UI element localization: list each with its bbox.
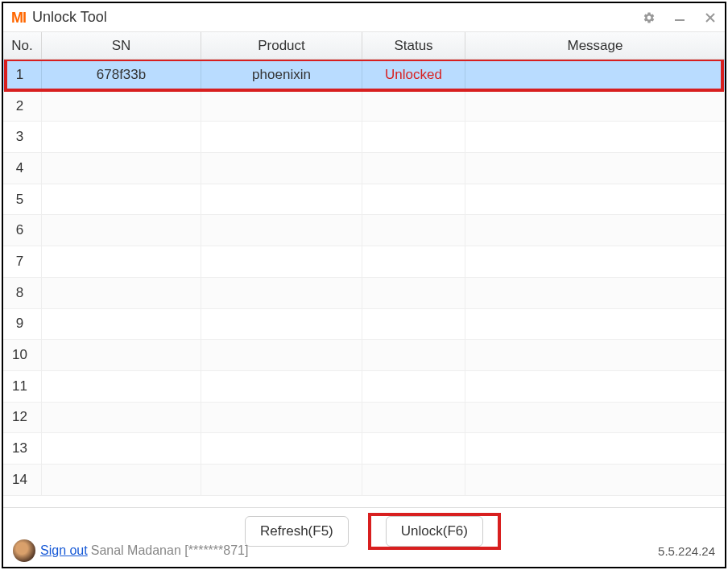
cell-status [362,465,465,495]
cell-no: 12 [3,403,42,433]
table-body: 1678f33bphoenixinUnlocked234567891011121… [3,60,725,507]
cell-status [362,153,465,184]
footer-status: Sign out Sanal Madanan [*******871] 5.5.… [13,539,715,562]
table-row[interactable]: 14 [3,465,725,496]
minimize-button[interactable] [672,10,688,26]
cell-sn [42,122,201,152]
cell-product [201,122,362,152]
version-label: 5.5.224.24 [658,544,715,558]
cell-status [362,184,465,215]
cell-sn [42,340,201,370]
cell-sn: 678f33b [42,60,201,90]
header-no[interactable]: No. [3,32,42,59]
cell-sn [42,309,201,340]
close-icon [705,12,716,23]
header-message[interactable]: Message [465,32,725,59]
gear-icon [643,11,656,24]
mi-logo-text: MI [11,10,26,25]
table-row[interactable]: 13 [3,433,725,465]
table-row[interactable]: 2 [3,91,725,122]
close-button[interactable] [702,10,718,26]
table-row[interactable]: 9 [3,309,725,341]
signout-link[interactable]: Sign out [40,543,88,558]
unlock-tool-window: MI Unlock Tool No. SN Produc [2,2,726,568]
cell-message [465,433,725,464]
cell-sn [42,371,201,402]
cell-no: 14 [3,465,42,495]
settings-button[interactable] [641,10,657,26]
cell-product [201,465,362,495]
cell-sn [42,215,201,246]
table-row[interactable]: 4 [3,153,725,184]
cell-product [201,309,362,340]
cell-product [201,153,362,184]
table-row[interactable]: 7 [3,246,725,278]
cell-sn [42,403,201,433]
cell-status [362,246,465,277]
cell-product [201,371,362,402]
header-sn[interactable]: SN [42,32,201,59]
header-product[interactable]: Product [201,32,362,59]
cell-sn [42,246,201,277]
cell-status [362,278,465,308]
cell-product [201,403,362,433]
mi-logo-icon: MI [10,9,27,27]
header-status[interactable]: Status [362,32,465,59]
cell-status [362,403,465,433]
cell-status [362,340,465,370]
cell-message [465,60,725,90]
cell-message [465,246,725,277]
cell-product [201,278,362,308]
table-row[interactable]: 3 [3,122,725,153]
table-row[interactable]: 8 [3,278,725,309]
cell-no: 1 [3,60,42,90]
cell-message [465,465,725,495]
cell-sn [42,153,201,184]
cell-sn [42,91,201,122]
cell-product [201,91,362,122]
cell-message [465,371,725,402]
cell-no: 10 [3,340,42,370]
cell-message [465,184,725,215]
cell-no: 2 [3,91,42,122]
cell-message [465,403,725,433]
table-row[interactable]: 10 [3,340,725,371]
cell-message [465,91,725,122]
cell-message [465,340,725,370]
table-row[interactable]: 12 [3,403,725,434]
svg-rect-0 [675,19,685,21]
avatar[interactable] [13,539,35,562]
cell-message [465,153,725,184]
cell-message [465,309,725,340]
cell-status [362,215,465,246]
footer: Refresh(F5) Unlock(F6) Sign out Sanal Ma… [3,507,725,567]
user-name: Sanal Madanan [*******871] [91,543,249,558]
minimize-icon [674,12,685,23]
cell-no: 8 [3,278,42,308]
cell-product: phoenixin [201,60,362,90]
cell-message [465,215,725,246]
cell-product [201,246,362,277]
table-row[interactable]: 6 [3,215,725,246]
table-row[interactable]: 5 [3,184,725,216]
cell-message [465,122,725,152]
cell-no: 11 [3,371,42,402]
cell-sn [42,184,201,215]
cell-product [201,184,362,215]
cell-no: 13 [3,433,42,464]
cell-no: 9 [3,309,42,340]
cell-no: 7 [3,246,42,277]
titlebar-controls [641,10,718,26]
cell-status [362,433,465,464]
cell-product [201,340,362,370]
cell-no: 4 [3,153,42,184]
cell-sn [42,278,201,308]
cell-status [362,91,465,122]
cell-no: 3 [3,122,42,152]
window-title: Unlock Tool [32,9,107,26]
table-row[interactable]: 11 [3,371,725,403]
titlebar: MI Unlock Tool [3,3,725,32]
table-row[interactable]: 1678f33bphoenixinUnlocked [3,60,725,91]
cell-message [465,278,725,308]
cell-status [362,122,465,152]
